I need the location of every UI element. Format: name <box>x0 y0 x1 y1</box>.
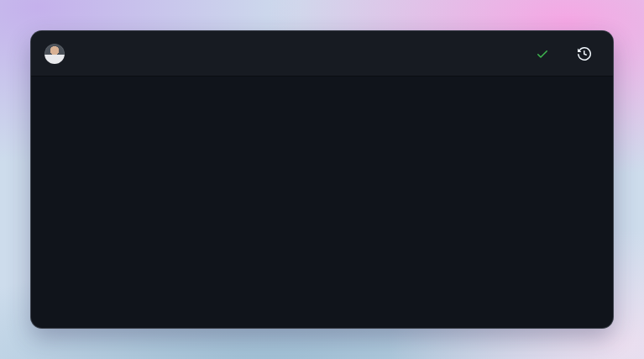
file-table-body <box>31 77 613 328</box>
check-icon <box>536 47 549 61</box>
history-icon <box>578 47 591 61</box>
repo-file-browser <box>30 30 614 329</box>
latest-commit-header <box>31 31 613 77</box>
avatar[interactable] <box>45 44 65 64</box>
commit-history-link[interactable] <box>578 47 599 61</box>
